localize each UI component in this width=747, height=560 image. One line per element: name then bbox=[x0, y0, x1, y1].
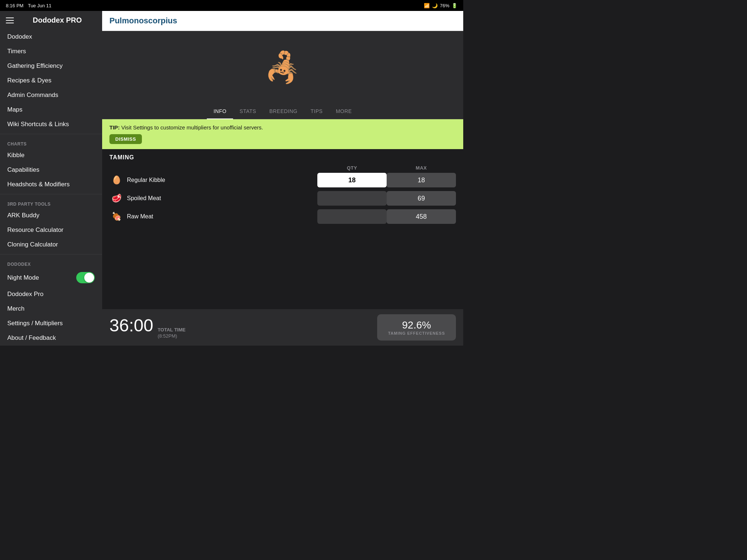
tip-banner: TIP: Visit Settings to customize multipl… bbox=[102, 119, 463, 149]
sidebar-item-merch[interactable]: Merch bbox=[0, 302, 102, 316]
night-mode-row: Night Mode bbox=[0, 268, 102, 287]
battery-icon: 🔋 bbox=[452, 3, 457, 8]
sidebar-item-dododex[interactable]: Dododex bbox=[0, 30, 102, 44]
tab-more[interactable]: MORE bbox=[329, 104, 359, 119]
kibble-icon: 🥚 bbox=[109, 173, 123, 187]
food-info-kibble: 🥚 Regular Kibble bbox=[109, 173, 317, 187]
dododex-section-label: DODODEX bbox=[0, 257, 102, 268]
table-row: 🍖 Raw Meat 458 bbox=[109, 209, 456, 224]
sidebar-item-capabilities[interactable]: Capabilities bbox=[0, 163, 102, 177]
battery-percent: 76% bbox=[440, 3, 449, 8]
spoiled-meat-name: Spoiled Meat bbox=[127, 195, 161, 202]
sidebar-divider-1 bbox=[0, 134, 102, 134]
table-row: 🥚 Regular Kibble 18 bbox=[109, 173, 456, 187]
sidebar-item-headshots[interactable]: Headshots & Modifiers bbox=[0, 177, 102, 192]
taming-section: TAMING QTY MAX 🥚 Regular Kibble 18 bbox=[102, 149, 463, 309]
kibble-max: 18 bbox=[387, 173, 456, 187]
col-max-label: MAX bbox=[387, 165, 456, 171]
spoiled-meat-icon: 🥩 bbox=[109, 191, 123, 205]
total-time-display: 36:00 bbox=[109, 315, 153, 335]
sidebar: Dododex PRO Dododex Timers Gathering Eff… bbox=[0, 11, 102, 346]
spoiled-meat-qty-input[interactable] bbox=[317, 191, 387, 206]
sidebar-item-maps[interactable]: Maps bbox=[0, 102, 102, 117]
col-qty-label: QTY bbox=[317, 165, 387, 171]
third-party-section-label: 3RD PARTY TOOLS bbox=[0, 197, 102, 208]
total-time-area: 36:00 TOTAL TIME (8:52PM) bbox=[109, 315, 186, 339]
tip-text: TIP: Visit Settings to customize multipl… bbox=[109, 124, 456, 131]
charts-section-label: CHARTS bbox=[0, 136, 102, 148]
night-mode-toggle[interactable] bbox=[76, 272, 95, 283]
raw-meat-icon: 🍖 bbox=[109, 210, 123, 223]
main-content: Pulmonoscorpius 🦂 INFO STATS BREEDING TI… bbox=[102, 11, 463, 346]
tab-bar: INFO STATS BREEDING TIPS MORE bbox=[102, 104, 463, 119]
raw-meat-max: 458 bbox=[387, 209, 456, 224]
bottom-stats: 36:00 TOTAL TIME (8:52PM) 92.6% TAMING E… bbox=[102, 309, 463, 346]
tab-tips[interactable]: TIPS bbox=[304, 104, 329, 119]
sidebar-item-resource-calc[interactable]: Resource Calculator bbox=[0, 223, 102, 237]
sidebar-item-timers[interactable]: Timers bbox=[0, 44, 102, 59]
creature-image-area: 🦂 bbox=[102, 31, 463, 104]
sidebar-item-ark-buddy[interactable]: ARK Buddy bbox=[0, 208, 102, 223]
sidebar-title: Dododex PRO bbox=[18, 16, 96, 24]
sidebar-item-gathering[interactable]: Gathering Efficiency bbox=[0, 59, 102, 73]
taming-header-row: QTY MAX bbox=[109, 165, 456, 171]
effectiveness-value: 92.6% bbox=[388, 319, 445, 331]
tab-breeding[interactable]: BREEDING bbox=[263, 104, 304, 119]
kibble-name: Regular Kibble bbox=[127, 177, 165, 183]
hamburger-icon[interactable] bbox=[6, 18, 14, 23]
sidebar-item-dododex-pro[interactable]: Dododex Pro bbox=[0, 287, 102, 302]
sidebar-item-wiki[interactable]: Wiki Shortcuts & Links bbox=[0, 117, 102, 132]
total-time-label: TOTAL TIME (8:52PM) bbox=[158, 327, 186, 339]
time-display: 8:16 PM bbox=[6, 3, 23, 8]
spoiled-meat-max: 69 bbox=[387, 191, 456, 206]
night-mode-label: Night Mode bbox=[7, 274, 39, 281]
sidebar-item-cloning-calc[interactable]: Cloning Calculator bbox=[0, 237, 102, 252]
sidebar-item-admin[interactable]: Admin Commands bbox=[0, 88, 102, 102]
sidebar-item-about[interactable]: About / Feedback bbox=[0, 331, 102, 345]
status-bar: 8:16 PM Tue Jun 11 📶 🌙 76% 🔋 bbox=[0, 0, 463, 11]
effectiveness-label: TAMING EFFECTIVENESS bbox=[388, 331, 445, 335]
food-info-spoiled: 🥩 Spoiled Meat bbox=[109, 191, 317, 205]
tab-stats[interactable]: STATS bbox=[233, 104, 263, 119]
sidebar-item-recipes[interactable]: Recipes & Dyes bbox=[0, 73, 102, 88]
sidebar-item-kibble[interactable]: Kibble bbox=[0, 148, 102, 163]
taming-table: QTY MAX 🥚 Regular Kibble 18 🥩 bbox=[109, 165, 456, 224]
creature-image: 🦂 bbox=[250, 38, 316, 97]
creature-name: Pulmonoscorpius bbox=[109, 16, 177, 25]
moon-icon: 🌙 bbox=[432, 3, 438, 8]
kibble-qty-input[interactable] bbox=[317, 173, 387, 187]
creature-name-bar: Pulmonoscorpius bbox=[102, 11, 463, 31]
sidebar-item-settings[interactable]: Settings / Multipliers bbox=[0, 316, 102, 331]
dismiss-button[interactable]: DISMISS bbox=[109, 134, 142, 144]
sidebar-nav: Dododex Timers Gathering Efficiency Reci… bbox=[0, 30, 102, 346]
food-info-raw-meat: 🍖 Raw Meat bbox=[109, 210, 317, 223]
wifi-icon: 📶 bbox=[424, 3, 430, 8]
date-display: Tue Jun 11 bbox=[28, 3, 51, 8]
sidebar-divider-2 bbox=[0, 194, 102, 194]
raw-meat-qty-input[interactable] bbox=[317, 209, 387, 224]
sidebar-divider-3 bbox=[0, 254, 102, 254]
sidebar-header: Dododex PRO bbox=[0, 11, 102, 30]
tab-info[interactable]: INFO bbox=[207, 104, 233, 119]
table-row: 🥩 Spoiled Meat 69 bbox=[109, 191, 456, 206]
taming-title: TAMING bbox=[109, 154, 456, 161]
raw-meat-name: Raw Meat bbox=[127, 213, 153, 220]
effectiveness-box: 92.6% TAMING EFFECTIVENESS bbox=[377, 314, 456, 341]
